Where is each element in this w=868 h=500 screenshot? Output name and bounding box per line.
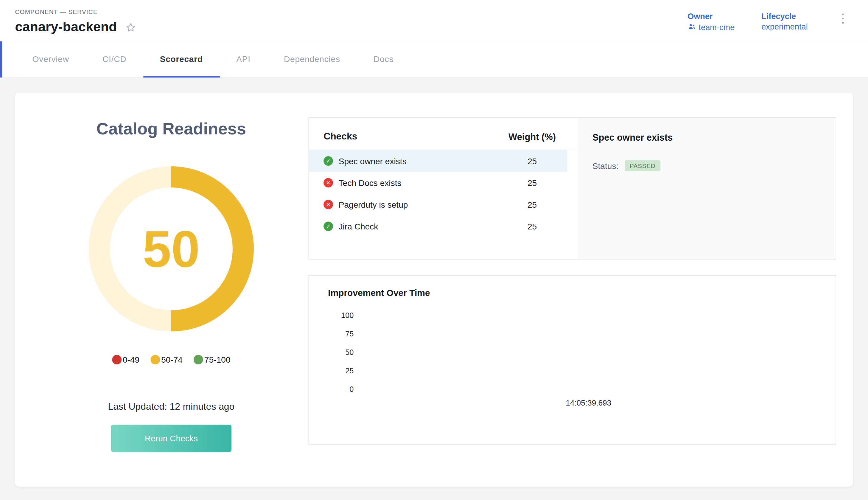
tab-api[interactable]: API bbox=[220, 42, 267, 78]
tab-bar-items: OverviewCI/CDScorecardAPIDependenciesDoc… bbox=[15, 42, 410, 78]
score-gauge-section: Catalog Readiness 50 0-4950-7475-100 Las… bbox=[37, 115, 305, 464]
score-value: 50 bbox=[143, 219, 200, 278]
check-row[interactable]: ✕Tech Docs exists25 bbox=[309, 172, 567, 194]
tab-docs[interactable]: Docs bbox=[357, 42, 410, 78]
tab-scorecard[interactable]: Scorecard bbox=[143, 42, 220, 78]
status-badge: PASSED bbox=[625, 160, 660, 171]
scorecard-card: Catalog Readiness 50 0-4950-7475-100 Las… bbox=[15, 93, 853, 487]
entity-identity: COMPONENT — SERVICE canary-backend bbox=[15, 8, 137, 35]
tab-overview[interactable]: Overview bbox=[15, 42, 85, 78]
legend-item: 75-100 bbox=[194, 355, 230, 364]
legend-item: 50-74 bbox=[151, 355, 183, 364]
y-axis-tick: 0 bbox=[349, 385, 354, 394]
check-failed-icon: ✕ bbox=[324, 200, 333, 209]
entity-header: COMPONENT — SERVICE canary-backend Owner bbox=[0, 0, 868, 42]
legend-dot bbox=[151, 355, 160, 364]
favorite-star-icon[interactable] bbox=[125, 21, 136, 33]
lifecycle-value: experimental bbox=[761, 22, 808, 31]
check-name: Tech Docs exists bbox=[339, 178, 502, 188]
check-weight: 25 bbox=[502, 221, 563, 231]
entity-kind-label: COMPONENT — SERVICE bbox=[15, 8, 137, 15]
page-title: canary-backend bbox=[15, 19, 117, 35]
owner-block: Owner team-cme bbox=[687, 12, 734, 32]
chart-x-axis-label: 14:05:39.693 bbox=[360, 398, 817, 407]
tab-dependencies[interactable]: Dependencies bbox=[267, 42, 357, 78]
page: COMPONENT — SERVICE canary-backend Owner bbox=[0, 0, 868, 500]
check-row[interactable]: ✓Spec owner exists25 bbox=[309, 150, 567, 172]
checks-table-header: Checks Weight (%) bbox=[309, 118, 577, 150]
check-row[interactable]: ✓Jira Check25 bbox=[309, 215, 567, 237]
checks-column-header: Checks bbox=[324, 131, 501, 142]
rerun-checks-button[interactable]: Rerun Checks bbox=[111, 424, 232, 452]
check-name: Pagerduty is setup bbox=[339, 200, 502, 209]
check-name: Jira Check bbox=[339, 221, 502, 231]
chart-plot-area bbox=[360, 311, 817, 394]
more-options-icon[interactable]: ⋮ bbox=[835, 13, 851, 24]
y-axis-tick: 100 bbox=[341, 311, 354, 320]
improvement-chart-panel: Improvement Over Time 1007550250 14:05:3… bbox=[309, 275, 836, 445]
scorecard-title: Catalog Readiness bbox=[96, 120, 246, 138]
last-updated-text: Last Updated: 12 minutes ago bbox=[108, 401, 235, 412]
checks-panel: Checks Weight (%) ✓Spec owner exists25✕T… bbox=[309, 117, 836, 260]
lifecycle-label: Lifecycle bbox=[761, 12, 808, 21]
check-weight: 25 bbox=[502, 178, 563, 188]
legend-label: 50-74 bbox=[161, 355, 183, 364]
check-passed-icon: ✓ bbox=[324, 221, 333, 231]
chart-title: Improvement Over Time bbox=[328, 288, 817, 298]
main-content: Catalog Readiness 50 0-4950-7475-100 Las… bbox=[0, 78, 868, 500]
checks-table: Checks Weight (%) ✓Spec owner exists25✕T… bbox=[309, 118, 577, 259]
check-weight: 25 bbox=[502, 156, 563, 166]
y-axis-tick: 25 bbox=[345, 366, 354, 375]
check-row[interactable]: ✕Pagerduty is setup25 bbox=[309, 194, 567, 215]
check-failed-icon: ✕ bbox=[324, 178, 333, 188]
tab-bar: OverviewCI/CDScorecardAPIDependenciesDoc… bbox=[0, 42, 868, 78]
chart-y-axis: 1007550250 bbox=[328, 311, 360, 394]
check-name: Spec owner exists bbox=[339, 156, 502, 166]
group-icon bbox=[687, 22, 696, 33]
score-legend: 0-4950-7475-100 bbox=[112, 355, 230, 364]
check-detail-title: Spec owner exists bbox=[592, 132, 821, 143]
weight-column-header: Weight (%) bbox=[502, 132, 563, 142]
tab-ci-cd[interactable]: CI/CD bbox=[86, 42, 143, 78]
owner-label: Owner bbox=[687, 12, 734, 21]
checks-section: Checks Weight (%) ✓Spec owner exists25✕T… bbox=[309, 117, 836, 464]
owner-link[interactable]: team-cme bbox=[687, 22, 734, 33]
legend-dot bbox=[194, 355, 203, 364]
lifecycle-block: Lifecycle experimental bbox=[761, 12, 808, 31]
score-donut-chart: 50 bbox=[89, 166, 254, 331]
chart-area: 1007550250 bbox=[328, 311, 817, 394]
check-passed-icon: ✓ bbox=[324, 156, 333, 166]
owner-value: team-cme bbox=[699, 23, 735, 32]
legend-dot bbox=[112, 355, 121, 364]
checks-rows: ✓Spec owner exists25✕Tech Docs exists25✕… bbox=[309, 150, 577, 237]
check-detail-panel: Spec owner exists Status: PASSED bbox=[577, 118, 835, 259]
tab-bar-left-accent bbox=[0, 42, 2, 78]
y-axis-tick: 50 bbox=[345, 348, 354, 357]
check-weight: 25 bbox=[502, 200, 563, 209]
status-label: Status: bbox=[592, 161, 618, 170]
legend-label: 75-100 bbox=[204, 355, 230, 364]
legend-item: 0-49 bbox=[112, 355, 139, 364]
y-axis-tick: 75 bbox=[345, 330, 354, 339]
legend-label: 0-49 bbox=[123, 355, 139, 364]
